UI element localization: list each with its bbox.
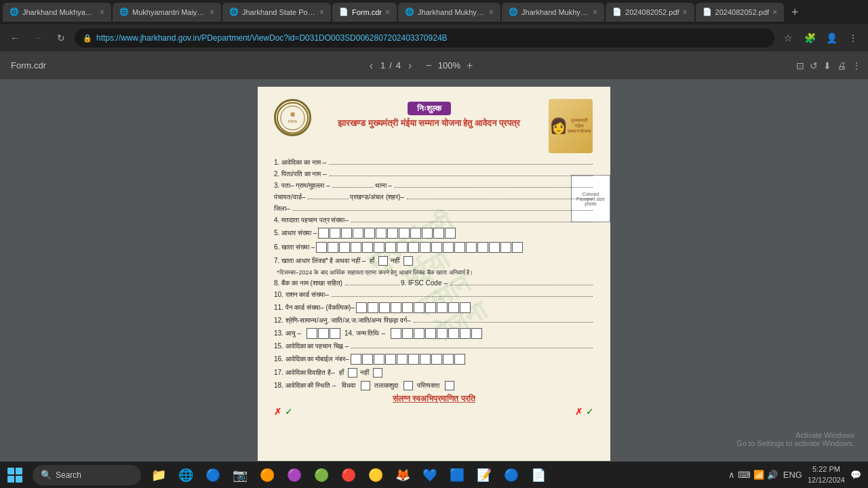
tab-7-label: 2024082052.pdf	[625, 8, 679, 16]
refresh-button[interactable]: ↻	[52, 28, 71, 47]
url-bar[interactable]: 🔒 https://www.jharkhand.gov.in/PDepartme…	[75, 28, 774, 47]
maiya-yojana-logo: 👩 मुख्यमंत्रीमंईयासम्मान योजना	[549, 99, 593, 153]
taskbar-app-7[interactable]: 🟢	[309, 463, 334, 487]
tray-notifications[interactable]: 💬	[850, 470, 861, 480]
taskbar-app-10[interactable]: 🦊	[391, 463, 415, 487]
pdf-navigation: ‹ 1 / 4 ›	[366, 58, 416, 73]
extension-icon[interactable]: 🧩	[800, 28, 819, 47]
new-tab-button[interactable]: +	[785, 3, 804, 22]
tab-6-close[interactable]: ×	[593, 7, 597, 17]
field-3c-line	[308, 199, 349, 199]
field-4-line	[351, 222, 593, 222]
zoom-out-button[interactable]: −	[422, 58, 435, 73]
pan-box-8	[437, 302, 448, 313]
field-9-label: 9. IFSC Code –	[401, 279, 448, 287]
taskbar-app-5[interactable]: 🟠	[255, 463, 279, 487]
field-7-yes-checkbox	[378, 256, 388, 266]
taskbar-app-14[interactable]: 🔵	[499, 463, 524, 487]
tray-network[interactable]: 📶	[753, 470, 764, 480]
tab-5[interactable]: 🌐 Jharkhand Mukhyamant... ×	[398, 3, 500, 22]
pdf-rotate-button[interactable]: ↺	[810, 60, 818, 71]
mob-box-2	[362, 354, 373, 365]
date-display: 12/12/2024	[808, 475, 845, 485]
pdf-page-sep: /	[389, 60, 392, 70]
red-x-left: ✗	[274, 406, 282, 417]
mob-box-1	[351, 354, 361, 365]
taskbar-app-8[interactable]: 🔴	[336, 463, 361, 487]
mob-box-5	[397, 354, 408, 365]
field-7-note: *दिसम्बर–2024 के बाद आर्थिक सहायता प्राप…	[274, 269, 594, 277]
aadhaar-box-7	[387, 228, 398, 239]
form-page: मुख्यमंत्रीमंईयासम्मानयोजना 🦁 INDIA निःश…	[258, 87, 610, 461]
system-tray-icons: ∧ ⌨ 📶 🔊	[728, 470, 778, 480]
tab-6[interactable]: 🌐 Jharkhand Mukhyamant... ×	[502, 3, 604, 22]
taskbar-app-11[interactable]: 💙	[418, 463, 442, 487]
time-date-display[interactable]: 5:22 PM 12/12/2024	[808, 464, 845, 485]
activate-windows-line1: Activate Windows	[736, 431, 854, 439]
taskbar-explorer[interactable]: 📁	[146, 463, 171, 487]
forward-button[interactable]: →	[28, 28, 47, 47]
pdf-fit-button[interactable]: ⊡	[796, 60, 804, 71]
taskbar-search[interactable]: 🔍 Search	[33, 465, 141, 485]
aadhaar-box-1	[318, 228, 329, 239]
tab-2[interactable]: 🌐 Mukhyamantri Maiya Sa... ×	[113, 3, 221, 22]
taskbar-app-4[interactable]: 📷	[228, 463, 252, 487]
field-12: 12. श्रेणि-सामान्य/अनु. जाति/अ.ज.जाति/अन…	[274, 317, 594, 325]
pdf-next-button[interactable]: ›	[405, 58, 415, 73]
tab-3-label: Jharkhand State Portal (...	[242, 8, 316, 16]
taskbar-app-12[interactable]: 🟦	[445, 463, 469, 487]
tab-5-favicon: 🌐	[405, 7, 414, 17]
field-17-no-label: नहीं	[360, 369, 369, 377]
tab-2-close[interactable]: ×	[210, 7, 214, 17]
pdf-download-button[interactable]: ⬇	[823, 60, 831, 71]
pdf-toolbar: Form.cdr ‹ 1 / 4 › − 100% + ⊡ ↺ ⬇ 🖨 ⋮	[0, 52, 868, 80]
taskbar-app-13[interactable]: 📝	[472, 463, 496, 487]
field-9-line	[450, 285, 593, 285]
back-button[interactable]: ←	[5, 28, 24, 47]
field-18b-label: तलाकशुदा	[374, 382, 398, 390]
zoom-in-button[interactable]: +	[463, 58, 476, 73]
bookmark-icon[interactable]: ☆	[778, 28, 797, 47]
tab-8-close[interactable]: ×	[772, 7, 777, 17]
field-10-line	[332, 296, 593, 297]
tray-chevron[interactable]: ∧	[728, 470, 735, 480]
tray-keyboard[interactable]: ⌨	[738, 470, 751, 480]
tab-3-close[interactable]: ×	[319, 7, 324, 17]
tab-7[interactable]: 📄 2024082052.pdf ×	[606, 3, 694, 22]
browser-toolbar-right: ☆ 🧩 👤 ⋮	[778, 28, 863, 47]
aadhaar-box-3	[341, 228, 352, 239]
tab-5-close[interactable]: ×	[489, 7, 494, 17]
form-logo: 🦁 INDIA	[274, 99, 311, 136]
aadhaar-box-12	[445, 228, 456, 239]
browser-window: 🌐 Jharkhand Mukhyamart... × 🌐 Mukhyamant…	[0, 0, 868, 461]
start-button[interactable]	[0, 462, 30, 489]
menu-icon[interactable]: ⋮	[844, 28, 863, 47]
taskbar-edge[interactable]: 🌐	[174, 463, 198, 487]
tab-4[interactable]: 📄 Form.cdr ×	[332, 3, 397, 22]
taskbar-app-15[interactable]: 📄	[526, 463, 551, 487]
dob-box-2	[402, 328, 413, 339]
tab-5-label: Jharkhand Mukhyamant...	[418, 8, 486, 16]
pdf-more-button[interactable]: ⋮	[852, 60, 861, 71]
tab-8[interactable]: 📄 2024082052.pdf ×	[696, 3, 785, 22]
pdf-print-button[interactable]: 🖨	[837, 60, 846, 71]
pdf-prev-button[interactable]: ‹	[366, 58, 376, 73]
tray-volume[interactable]: 🔊	[767, 470, 778, 480]
profile-icon[interactable]: 👤	[822, 28, 841, 47]
bottom-marks-right: ✗ ✓	[575, 406, 594, 417]
field-18c-label: परित्यक्ता	[417, 382, 439, 390]
tab-1-close[interactable]: ×	[100, 7, 104, 17]
svg-text:INDIA: INDIA	[288, 119, 298, 123]
field-3c: पंचायत/वार्ड– प्रखण्ड/अंचल (शहर)–	[274, 193, 594, 201]
taskbar-app-9[interactable]: 🟡	[363, 463, 388, 487]
tab-7-close[interactable]: ×	[683, 7, 688, 17]
field-14-label: 14. जन्म तिथि –	[344, 329, 385, 338]
acct-box-4	[351, 242, 361, 253]
tab-1[interactable]: 🌐 Jharkhand Mukhyamart... ×	[3, 3, 111, 22]
tab-3[interactable]: 🌐 Jharkhand State Portal (... ×	[222, 3, 331, 22]
taskbar-app-6[interactable]: 🟣	[282, 463, 307, 487]
taskbar-app-3[interactable]: 🔵	[201, 463, 225, 487]
windows-icon	[7, 468, 22, 483]
tab-4-close[interactable]: ×	[385, 7, 390, 17]
form-header: 🦁 INDIA निःशुल्क झारखण्ड मुख्यमंत्री मंई…	[274, 99, 594, 153]
